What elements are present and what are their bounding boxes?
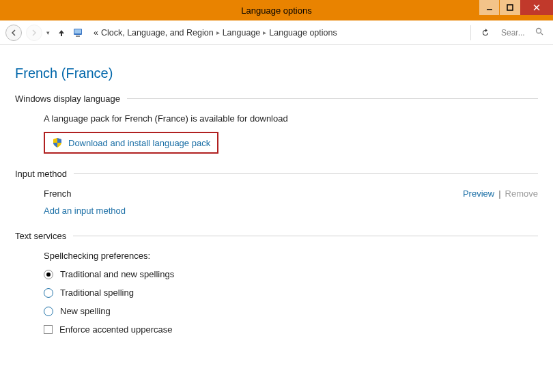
search-input[interactable]: Sear... (497, 25, 548, 41)
window-title: Language options (0, 5, 553, 16)
checkbox-icon (44, 325, 53, 334)
radio-label: Traditional spelling (60, 288, 134, 298)
control-panel-icon (72, 26, 85, 40)
breadcrumb-item[interactable]: Language options (269, 28, 337, 38)
divider (74, 173, 538, 174)
radio-icon (44, 270, 53, 279)
input-method-name: French (44, 188, 71, 199)
search-placeholder: Sear... (501, 28, 525, 38)
input-method-row: French Preview | Remove (44, 188, 538, 199)
refresh-button[interactable] (478, 25, 493, 40)
shield-icon (52, 137, 63, 148)
section-heading: Text services (15, 231, 66, 241)
radio-new[interactable]: New spelling (44, 306, 538, 316)
download-highlight-box: Download and install language pack (44, 132, 218, 154)
recent-dropdown-icon[interactable]: ▾ (46, 29, 50, 36)
svg-rect-6 (76, 36, 80, 37)
text-services-section: Text services Spellchecking preferences:… (15, 231, 538, 335)
breadcrumb-item[interactable]: Clock, Language, and Region (101, 28, 214, 38)
radio-label: Traditional and new spellings (60, 269, 174, 279)
title-bar: Language options (0, 0, 553, 20)
svg-rect-5 (74, 29, 81, 33)
radio-traditional-new[interactable]: Traditional and new spellings (44, 269, 538, 279)
forward-button[interactable] (26, 25, 42, 41)
language-pack-available-text: A language pack for French (France) is a… (44, 113, 538, 124)
search-icon (535, 27, 543, 38)
close-button[interactable] (520, 0, 553, 15)
svg-rect-1 (507, 5, 513, 10)
radio-traditional[interactable]: Traditional spelling (44, 288, 538, 298)
divider (470, 25, 471, 40)
radio-icon (44, 288, 53, 298)
add-input-method-link[interactable]: Add an input method (44, 206, 538, 216)
navigation-bar: ▾ « Clock, Language, and Region ▸ Langua… (0, 20, 553, 45)
radio-icon (44, 307, 53, 316)
chevron-right-icon: ▸ (216, 29, 220, 36)
page-title: French (France) (15, 66, 538, 81)
section-heading: Windows display language (15, 94, 120, 104)
enforce-accented-checkbox[interactable]: Enforce accented uppercase (44, 324, 538, 335)
separator: | (498, 188, 500, 199)
svg-point-7 (537, 29, 541, 33)
minimize-button[interactable] (479, 0, 500, 15)
input-method-section: Input method French Preview | Remove Add… (15, 169, 538, 216)
maximize-button[interactable] (500, 0, 520, 15)
breadcrumb[interactable]: « Clock, Language, and Region ▸ Language… (89, 28, 464, 38)
checkbox-label: Enforce accented uppercase (59, 324, 173, 335)
radio-label: New spelling (60, 306, 111, 316)
download-language-pack-link[interactable]: Download and install language pack (68, 138, 210, 148)
display-language-section: Windows display language A language pack… (15, 94, 538, 154)
divider (127, 98, 538, 99)
spellchecking-label: Spellchecking preferences: (44, 251, 538, 261)
remove-link: Remove (505, 188, 538, 199)
svg-line-8 (541, 33, 543, 35)
breadcrumb-item[interactable]: Language (223, 28, 261, 38)
preview-link[interactable]: Preview (463, 188, 494, 199)
breadcrumb-prefix: « (94, 28, 98, 38)
content-area: French (France) Windows display language… (0, 45, 553, 335)
divider (73, 236, 538, 236)
window-buttons (479, 0, 553, 15)
up-button[interactable] (55, 27, 68, 39)
section-heading: Input method (15, 169, 67, 179)
chevron-right-icon: ▸ (263, 29, 266, 36)
back-button[interactable] (5, 25, 22, 41)
